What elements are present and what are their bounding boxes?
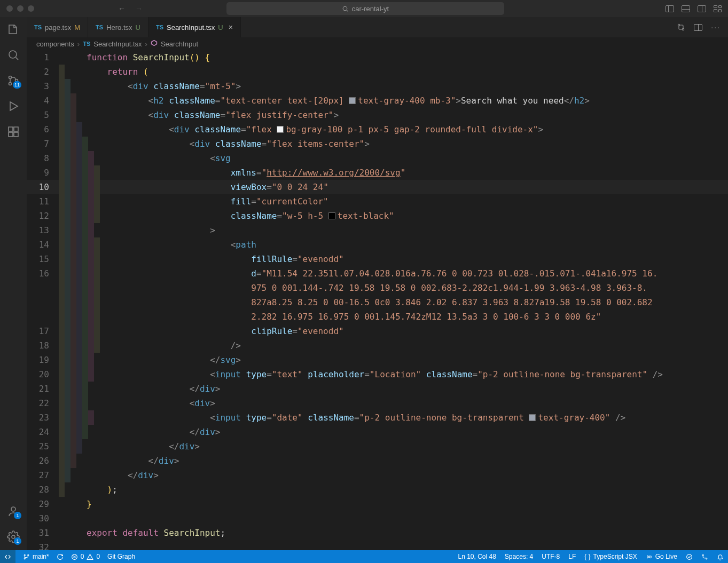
code-line[interactable]: </div>: [87, 468, 728, 482]
line-number[interactable]: 18: [27, 338, 59, 353]
line-number[interactable]: 27: [27, 468, 59, 482]
go-live-button[interactable]: Go Live: [646, 553, 677, 560]
code-line[interactable]: className="w-5 h-5 text-black": [87, 209, 728, 223]
breadcrumb-file[interactable]: SearchInput.tsx: [93, 40, 142, 48]
run-debug-icon[interactable]: [6, 99, 20, 113]
line-number[interactable]: 11: [27, 194, 59, 209]
line-number[interactable]: 30: [27, 511, 59, 526]
problems-indicator[interactable]: 0 0: [71, 553, 100, 560]
line-number[interactable]: 21: [27, 382, 59, 396]
code-line[interactable]: <input type="date" className="p-2 outlin…: [87, 410, 728, 425]
code-line[interactable]: fillRule="evenodd": [87, 252, 728, 266]
line-number[interactable]: 5: [27, 108, 59, 122]
code-line[interactable]: </svg>: [87, 353, 728, 367]
accounts-icon[interactable]: 1: [6, 504, 20, 518]
code-line[interactable]: }: [87, 497, 728, 511]
code-line[interactable]: </div>: [87, 425, 728, 439]
code-line[interactable]: viewBox="0 0 24 24": [87, 180, 728, 194]
code-line[interactable]: 975 0 001.144-.742 19.58 19.58 0 002.683…: [87, 281, 728, 295]
notifications-bell-icon[interactable]: [717, 553, 724, 560]
code-line[interactable]: <div className="flex justify-center">: [87, 108, 728, 122]
breadcrumb[interactable]: components › TS SearchInput.tsx › Search…: [27, 37, 728, 50]
line-number[interactable]: 25: [27, 439, 59, 454]
code-line[interactable]: xmlns="http://www.w3.org/2000/svg": [87, 165, 728, 180]
line-number[interactable]: 8: [27, 151, 59, 165]
line-number[interactable]: 28: [27, 482, 59, 497]
code-line[interactable]: <svg: [87, 151, 728, 165]
indentation[interactable]: Spaces: 4: [505, 553, 533, 560]
language-mode[interactable]: { } TypeScript JSX: [584, 553, 637, 560]
prettier-status-icon[interactable]: [686, 553, 693, 560]
line-number[interactable]: 13: [27, 223, 59, 237]
line-number[interactable]: [27, 310, 59, 324]
line-number[interactable]: [27, 281, 59, 295]
feedback-icon[interactable]: [701, 553, 708, 560]
git-graph-button[interactable]: Git Graph: [107, 553, 135, 560]
code-line[interactable]: [87, 511, 728, 526]
line-number[interactable]: 15: [27, 252, 59, 266]
code-line[interactable]: <div className="mt-5">: [87, 79, 728, 93]
breadcrumb-folder[interactable]: components: [36, 40, 74, 48]
command-center[interactable]: car-rental-yt: [226, 2, 504, 15]
nav-back-icon[interactable]: ←: [118, 4, 126, 13]
customize-layout-icon[interactable]: [714, 5, 722, 12]
explorer-icon[interactable]: [6, 22, 20, 36]
zoom-window-icon[interactable]: [28, 5, 34, 12]
line-number[interactable]: 2: [27, 65, 59, 79]
editor[interactable]: 1function SearchInput() {2 return (3 <di…: [27, 50, 728, 550]
code-line[interactable]: />: [87, 338, 728, 353]
settings-gear-icon[interactable]: 1: [6, 530, 20, 544]
minimize-window-icon[interactable]: [17, 5, 24, 12]
code-line[interactable]: <h2 className="text-center text-[20px] t…: [87, 93, 728, 108]
line-number[interactable]: 29: [27, 497, 59, 511]
code-line[interactable]: fill="currentColor": [87, 194, 728, 209]
line-number[interactable]: 32: [27, 540, 59, 550]
code-line[interactable]: <div>: [87, 396, 728, 410]
code-line[interactable]: [87, 540, 728, 550]
extensions-icon[interactable]: [6, 125, 20, 139]
line-number[interactable]: 9: [27, 165, 59, 180]
code-line[interactable]: 827a8.25 8.25 0 00-16.5 0c0 3.846 2.02 6…: [87, 295, 728, 310]
toggle-secondary-sidebar-icon[interactable]: [698, 5, 706, 12]
sync-changes[interactable]: [57, 553, 64, 560]
nav-forward-icon[interactable]: →: [135, 4, 143, 13]
code-line[interactable]: export default SearchInput;: [87, 526, 728, 540]
line-number[interactable]: 20: [27, 367, 59, 382]
code-line[interactable]: return (: [87, 65, 728, 79]
encoding[interactable]: UTF-8: [542, 553, 560, 560]
code-line[interactable]: <div className="flex items-center">: [87, 137, 728, 151]
line-number[interactable]: 12: [27, 209, 59, 223]
tab-searchinput-tsx[interactable]: TSSearchInput.tsxU×: [148, 17, 241, 37]
breadcrumb-symbol[interactable]: SearchInput: [161, 40, 198, 48]
code-line[interactable]: clipRule="evenodd": [87, 324, 728, 338]
git-branch[interactable]: main*: [23, 553, 49, 560]
code-line[interactable]: 2.282 16.975 16.975 0 001.145.742zM12 13…: [87, 310, 728, 324]
line-number[interactable]: 19: [27, 353, 59, 367]
line-number[interactable]: 23: [27, 410, 59, 425]
line-number[interactable]: 17: [27, 324, 59, 338]
end-of-line[interactable]: LF: [568, 553, 576, 560]
line-number[interactable]: 16: [27, 266, 59, 281]
code-line[interactable]: </div>: [87, 382, 728, 396]
line-number[interactable]: 22: [27, 396, 59, 410]
code-line[interactable]: <input type="text" placeholder="Location…: [87, 367, 728, 382]
code-line[interactable]: <div className="flex bg-gray-100 p-1 px-…: [87, 122, 728, 137]
line-number[interactable]: 14: [27, 237, 59, 252]
remote-indicator[interactable]: [0, 550, 15, 563]
source-control-icon[interactable]: 11: [6, 74, 20, 88]
line-number[interactable]: 3: [27, 79, 59, 93]
line-number[interactable]: 4: [27, 93, 59, 108]
cursor-position[interactable]: Ln 10, Col 48: [458, 553, 496, 560]
close-window-icon[interactable]: [6, 5, 13, 12]
code-line[interactable]: </div>: [87, 454, 728, 468]
toggle-primary-sidebar-icon[interactable]: [666, 5, 674, 12]
line-number[interactable]: 31: [27, 526, 59, 540]
line-number[interactable]: 26: [27, 454, 59, 468]
code-line[interactable]: d="M11.54 22.351l.07.04.028.016a.76.76 0…: [87, 266, 728, 281]
code-line[interactable]: function SearchInput() {: [87, 50, 728, 65]
code-line[interactable]: >: [87, 223, 728, 237]
line-number[interactable]: 6: [27, 122, 59, 137]
split-editor-icon[interactable]: [694, 24, 702, 31]
line-number[interactable]: 24: [27, 425, 59, 439]
code-line[interactable]: <path: [87, 237, 728, 252]
